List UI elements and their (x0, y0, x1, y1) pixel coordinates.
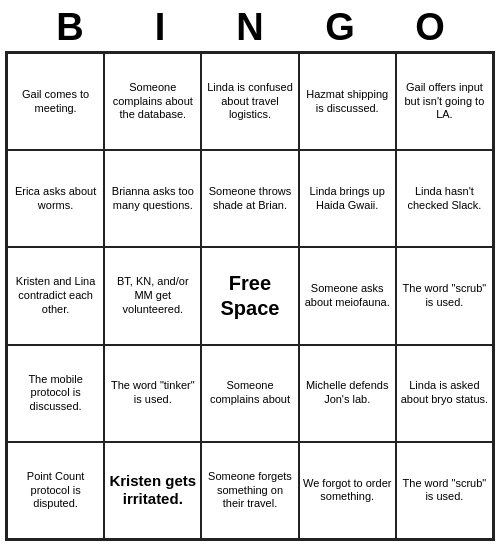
bingo-cell-r0c4: Gail offers input but isn't going to LA. (396, 53, 493, 150)
bingo-cell-r3c0: The mobile protocol is discussed. (7, 345, 104, 442)
bingo-cell-r1c3: Linda brings up Haida Gwaii. (299, 150, 396, 247)
bingo-grid: Gail comes to meeting.Someone complains … (5, 51, 495, 541)
bingo-cell-r3c1: The word "tinker" is used. (104, 345, 201, 442)
title-letter-i: I (115, 6, 205, 49)
bingo-cell-r2c3: Someone asks about meiofauna. (299, 247, 396, 344)
bingo-cell-r4c3: We forgot to order something. (299, 442, 396, 539)
bingo-cell-r2c1: BT, KN, and/or MM get volunteered. (104, 247, 201, 344)
title-letter-g: G (295, 6, 385, 49)
bingo-cell-r1c1: Brianna asks too many questions. (104, 150, 201, 247)
title-letter-n: N (205, 6, 295, 49)
bingo-title: B I N G O (0, 0, 500, 51)
bingo-cell-r2c4: The word "scrub" is used. (396, 247, 493, 344)
bingo-cell-r2c2: Free Space (201, 247, 298, 344)
title-letter-o: O (385, 6, 475, 49)
bingo-cell-r1c4: Linda hasn't checked Slack. (396, 150, 493, 247)
bingo-cell-r4c4: The word "scrub" is used. (396, 442, 493, 539)
bingo-cell-r3c3: Michelle defends Jon's lab. (299, 345, 396, 442)
bingo-cell-r4c1: Kristen gets irritated. (104, 442, 201, 539)
bingo-cell-r2c0: Kristen and Lina contradict each other. (7, 247, 104, 344)
bingo-cell-r1c0: Erica asks about worms. (7, 150, 104, 247)
bingo-cell-r4c2: Someone forgets something on their trave… (201, 442, 298, 539)
bingo-cell-r1c2: Someone throws shade at Brian. (201, 150, 298, 247)
bingo-cell-r0c3: Hazmat shipping is discussed. (299, 53, 396, 150)
bingo-cell-r0c1: Someone complains about the database. (104, 53, 201, 150)
bingo-cell-r0c0: Gail comes to meeting. (7, 53, 104, 150)
bingo-cell-r0c2: Linda is confused about travel logistics… (201, 53, 298, 150)
bingo-cell-r3c2: Someone complains about (201, 345, 298, 442)
bingo-cell-r3c4: Linda is asked about bryo status. (396, 345, 493, 442)
bingo-cell-r4c0: Point Count protocol is disputed. (7, 442, 104, 539)
title-letter-b: B (25, 6, 115, 49)
